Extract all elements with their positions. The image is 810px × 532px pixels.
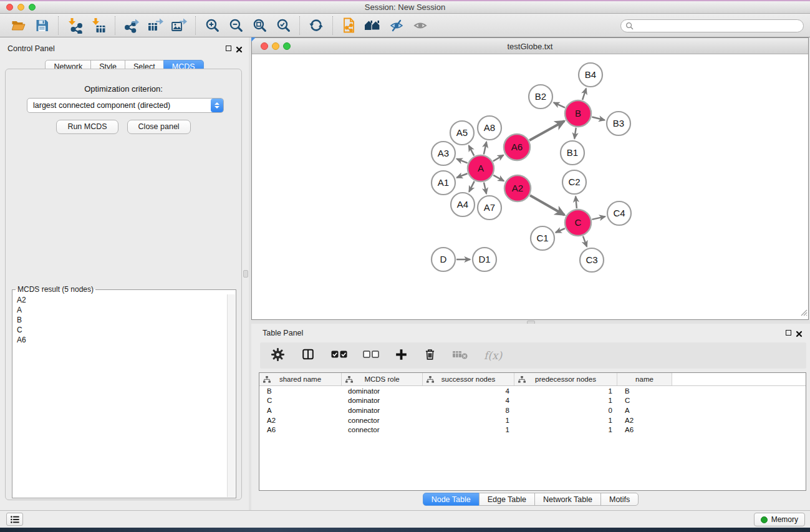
table-cell[interactable]: C (617, 397, 672, 404)
edge-C-C3[interactable] (583, 236, 587, 247)
graph-node-A2[interactable]: A2 (504, 175, 531, 201)
run-mcds-button[interactable]: Run MCDS (56, 120, 118, 134)
export-table-icon[interactable] (143, 16, 167, 36)
table-cell[interactable]: A6 (259, 426, 342, 433)
table-cell[interactable]: connector (342, 417, 423, 424)
graph-node-A5[interactable]: A5 (450, 121, 474, 145)
mcds-result-item[interactable]: A (14, 305, 226, 315)
table-cell[interactable]: 8 (423, 407, 514, 414)
graph-node-A6[interactable]: A6 (504, 134, 530, 160)
edge-B-B3[interactable] (592, 117, 604, 120)
graph-node-A7[interactable]: A7 (478, 196, 501, 220)
graph-node-D1[interactable]: D1 (473, 248, 496, 271)
import-network-icon[interactable] (63, 16, 87, 36)
table-cell[interactable]: 1 (514, 417, 617, 424)
edge-A-A3[interactable] (456, 159, 467, 163)
graph-node-C3[interactable]: C3 (580, 248, 604, 272)
table-cell[interactable]: 1 (423, 426, 514, 433)
table-cell[interactable]: dominator (342, 407, 423, 414)
function-builder-icon[interactable]: f(x) (484, 349, 502, 362)
result-scrollbar[interactable] (227, 294, 235, 497)
table-cell[interactable]: 4 (423, 397, 514, 404)
graph-node-B2[interactable]: B2 (529, 85, 552, 109)
table-cell[interactable]: connector (342, 426, 423, 433)
table-cell[interactable]: 1 (514, 387, 617, 395)
table-cell[interactable]: 1 (514, 397, 617, 404)
houses-icon[interactable] (361, 16, 385, 36)
table-cell[interactable]: 1 (514, 426, 617, 433)
graph-node-A8[interactable]: A8 (478, 116, 501, 140)
table-row[interactable]: A2connector11A2 (259, 415, 806, 425)
graph-node-C4[interactable]: C4 (607, 201, 631, 225)
edge-A-A1[interactable] (456, 173, 467, 178)
delete-column-icon[interactable] (423, 347, 436, 364)
table-cell[interactable]: A2 (259, 417, 342, 424)
table-row[interactable]: Cdominator41C (259, 396, 806, 406)
table-cell[interactable]: A (617, 407, 672, 414)
resize-grip-icon[interactable] (799, 307, 808, 319)
edge-A-A2[interactable] (493, 175, 504, 181)
mcds-result-list[interactable]: A2ABCA6 (14, 295, 226, 496)
table-cell[interactable]: A (259, 407, 342, 414)
import-table-icon[interactable] (87, 16, 110, 36)
edge-A2-C[interactable] (530, 195, 564, 215)
zoom-selected-icon[interactable] (271, 16, 295, 36)
select-all-checkboxes-icon[interactable] (331, 350, 347, 361)
table-tab-node-table[interactable]: Node Table (423, 493, 480, 506)
edge-A-A6[interactable] (493, 155, 504, 162)
document-network-icon[interactable] (337, 16, 361, 36)
table-cell[interactable]: 0 (514, 407, 617, 414)
deselect-all-checkboxes-icon[interactable] (363, 350, 379, 361)
optimization-dropdown[interactable]: largest connected component (directed) (27, 98, 224, 113)
close-table-panel-icon[interactable] (796, 329, 803, 340)
close-panel-button[interactable]: Close panel (127, 120, 191, 134)
mcds-result-item[interactable]: B (14, 315, 226, 325)
column-header-shared-name[interactable]: shared name (259, 373, 342, 385)
zoom-in-icon[interactable] (200, 16, 224, 36)
network-canvas[interactable]: AA1A2A3A4A5A6A7A8BB1B2B3B4CC1C2C3C4DD1 (252, 55, 808, 319)
zoom-fit-icon[interactable] (248, 16, 271, 36)
hide-eye-icon[interactable] (385, 16, 408, 36)
graph-node-B4[interactable]: B4 (579, 63, 602, 87)
graph-node-D[interactable]: D (432, 248, 455, 271)
table-cell[interactable]: 1 (423, 417, 514, 424)
edge-B-B4[interactable] (582, 89, 586, 100)
graph-node-A1[interactable]: A1 (432, 171, 455, 195)
export-image-icon[interactable] (167, 16, 191, 36)
graph-node-C[interactable]: C (565, 210, 591, 236)
table-tab-edge-table[interactable]: Edge Table (479, 493, 535, 506)
table-cell[interactable]: C (259, 397, 342, 404)
table-cell[interactable]: 4 (423, 387, 514, 395)
network-window-titlebar[interactable]: testGlobe.txt (252, 38, 808, 54)
open-folder-icon[interactable] (6, 16, 30, 36)
search-input[interactable] (636, 21, 803, 31)
table-cell[interactable]: dominator (342, 387, 423, 395)
column-header-MCDS-role[interactable]: MCDS role (342, 373, 423, 385)
edge-A-A8[interactable] (484, 142, 486, 154)
edge-A6-B[interactable] (529, 121, 564, 140)
mcds-result-item[interactable]: C (14, 325, 226, 335)
float-panel-icon[interactable] (226, 46, 231, 51)
graph-node-B1[interactable]: B1 (561, 141, 584, 165)
memory-button[interactable]: Memory (754, 513, 805, 526)
graph-node-B[interactable]: B (565, 100, 591, 127)
column-header-predecessor-nodes[interactable]: predecessor nodes (514, 373, 617, 385)
vertical-splitter-handle[interactable] (243, 270, 248, 278)
edge-A-A7[interactable] (484, 182, 486, 193)
table-cell[interactable]: B (617, 387, 672, 395)
delete-table-icon[interactable] (452, 349, 468, 362)
settings-gear-icon[interactable] (271, 347, 285, 364)
close-panel-icon[interactable] (236, 44, 243, 56)
mcds-result-item[interactable]: A2 (14, 295, 226, 305)
table-row[interactable]: Bdominator41B (259, 386, 806, 396)
show-eye-icon[interactable] (408, 16, 432, 36)
edge-B-B2[interactable] (554, 102, 565, 107)
graph-node-B3[interactable]: B3 (607, 112, 630, 135)
edge-C-C4[interactable] (592, 216, 605, 220)
graph-node-C2[interactable]: C2 (562, 170, 586, 194)
edge-A-A5[interactable] (469, 145, 475, 155)
table-cell[interactable]: B (259, 387, 342, 395)
mcds-result-item[interactable]: A6 (14, 335, 226, 345)
table-row[interactable]: Adominator80A (259, 405, 806, 415)
table-cell[interactable]: A6 (617, 426, 672, 433)
